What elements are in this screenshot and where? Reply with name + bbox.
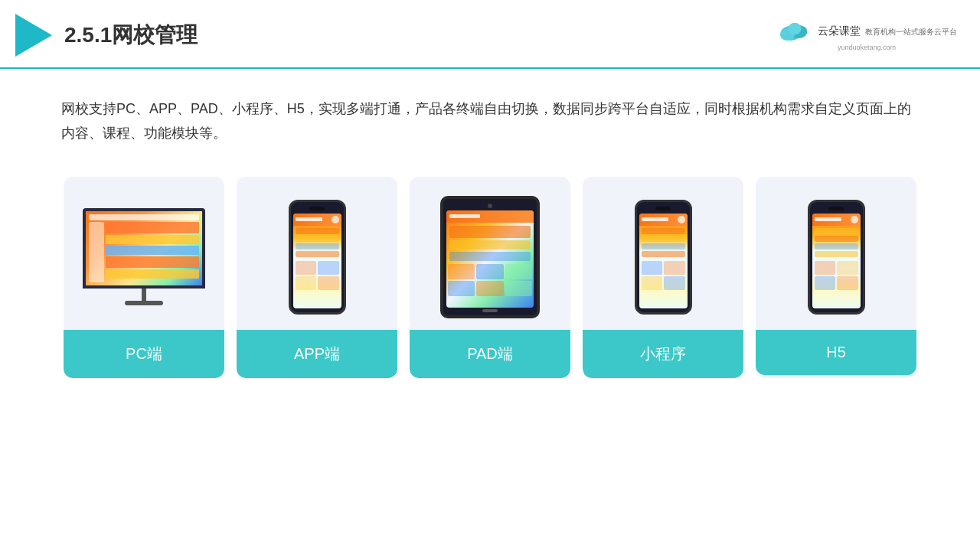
tablet-mockup (440, 196, 540, 318)
card-app[interactable]: APP端 (237, 177, 397, 378)
description-text: 网校支持PC、APP、PAD、小程序、H5，实现多端打通，产品各终端自由切换，数… (0, 69, 980, 161)
card-pad[interactable]: PAD端 (410, 177, 570, 378)
svg-point-3 (788, 22, 801, 34)
card-miniprogram-label: 小程序 (583, 330, 743, 378)
header: 2.5.1网校管理 云朵课堂 教育机构一站式服务云平台 yunduoketang… (0, 0, 980, 69)
page-title: 2.5.1网校管理 (64, 21, 198, 50)
card-pad-label: PAD端 (410, 330, 570, 378)
card-h5[interactable]: H5 (756, 177, 916, 378)
brand-logo: 云朵课堂 教育机构一站式服务云平台 yunduoketang.com (776, 20, 957, 51)
monitor-mockup (83, 208, 205, 305)
brand-url: yunduoketang.com (838, 44, 896, 51)
phone-mockup-app (289, 200, 346, 315)
phone-mockup-h5 (808, 200, 865, 315)
brand-logo-top: 云朵课堂 教育机构一站式服务云平台 (776, 20, 957, 43)
header-left: 2.5.1网校管理 (15, 14, 198, 57)
card-pc-image (64, 177, 224, 330)
card-pad-image (410, 177, 570, 330)
card-app-image (237, 177, 397, 330)
card-pc-label: PC端 (64, 330, 224, 378)
cloud-icon (776, 20, 813, 43)
logo-triangle-icon (15, 14, 52, 57)
card-pc[interactable]: PC端 (64, 177, 224, 378)
card-h5-image (756, 177, 916, 330)
brand-tagline: 教育机构一站式服务云平台 (865, 27, 957, 37)
card-app-label: APP端 (237, 330, 397, 378)
card-miniprogram[interactable]: 小程序 (583, 177, 743, 378)
card-h5-label: H5 (756, 330, 916, 375)
phone-mockup-mini (635, 200, 692, 315)
card-miniprogram-image (583, 177, 743, 330)
brand-name: 云朵课堂 (818, 24, 861, 38)
cards-container: PC端 (0, 161, 980, 393)
